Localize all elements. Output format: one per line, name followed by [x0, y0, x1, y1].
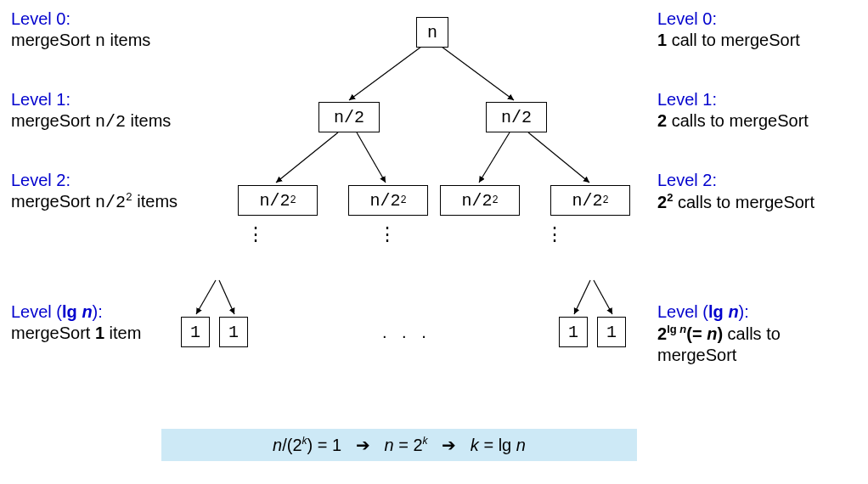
- svg-line-0: [349, 47, 421, 100]
- node-n4-1: n/22: [238, 185, 318, 216]
- svg-line-4: [479, 132, 510, 183]
- leaf-3: 1: [559, 317, 588, 347]
- vdots-3: ⋮: [545, 223, 564, 245]
- node-n2-right: n/2: [486, 102, 547, 132]
- node-n4-2: n/22: [348, 185, 428, 216]
- node-n2-left: n/2: [318, 102, 380, 132]
- svg-line-7: [219, 280, 234, 314]
- svg-line-8: [574, 280, 590, 314]
- vdots-1: ⋮: [246, 223, 265, 245]
- svg-line-5: [528, 132, 589, 183]
- node-n4-3: n/22: [440, 185, 520, 216]
- node-root: n: [416, 17, 448, 48]
- leaf-1: 1: [181, 317, 210, 347]
- svg-line-1: [442, 47, 514, 100]
- hdots: . . .: [382, 323, 431, 342]
- svg-line-2: [276, 132, 338, 183]
- node-n4-4: n/22: [550, 185, 630, 216]
- svg-line-3: [357, 132, 386, 183]
- footer-equation: n/(2k) = 1 ➔ n = 2k ➔ k = lg n: [161, 429, 637, 461]
- vdots-2: ⋮: [378, 223, 397, 245]
- svg-line-9: [594, 280, 612, 314]
- leaf-4: 1: [597, 317, 626, 347]
- svg-line-6: [196, 280, 216, 314]
- leaf-2: 1: [219, 317, 248, 347]
- tree-edges: [0, 0, 868, 408]
